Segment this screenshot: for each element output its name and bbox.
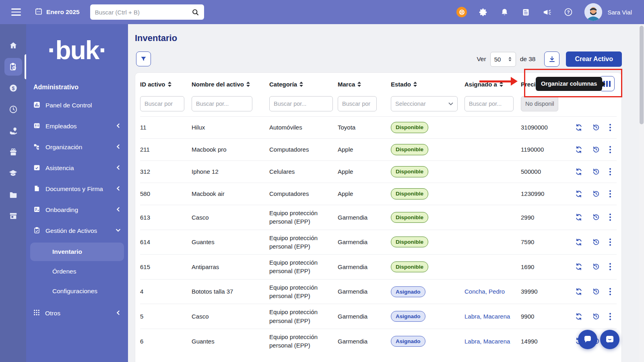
news-icon[interactable] [520,7,531,17]
sidebar-item-documentos-y-firma[interactable]: Documentos y Firma [26,179,128,200]
table-row[interactable]: 614 Guantes Equipo protección personal (… [140,230,617,255]
row-menu-button[interactable] [609,263,611,270]
assigned-link[interactable]: Concha, Pedro [464,288,505,295]
period-selector[interactable]: Enero 2025 [35,7,80,17]
rail-training-icon[interactable] [0,162,26,184]
avatar[interactable] [584,3,602,21]
kebab-icon [609,214,611,221]
history-button[interactable] [592,263,600,271]
rail-gift-icon[interactable] [0,141,26,162]
sync-asset-button[interactable] [575,288,583,296]
filter-button[interactable] [136,51,151,66]
history-button[interactable] [592,213,600,221]
row-menu-button[interactable] [609,239,611,246]
table-row[interactable]: 613 Casco Equipo protección personal (EP… [140,205,617,230]
column-header-id[interactable]: ID activo [140,81,192,88]
sidebar-item-gestion-de-activos[interactable]: Gestión de Activos [26,220,128,241]
sync-asset-button[interactable] [575,263,583,271]
table-row[interactable]: 615 Antiparras Equipo protección persona… [140,254,617,279]
sidebar-item-organizacion[interactable]: Organización [26,137,128,158]
table-row[interactable]: 211 Macbook pro Computadores Apple Dispo… [140,138,617,160]
sidebar-item-asistencia[interactable]: Asistencia [26,158,128,179]
column-header-asignado[interactable]: Asignado a [464,81,521,88]
filter-input-asignado[interactable] [464,96,514,111]
rail-documents-folder-icon[interactable] [0,184,26,205]
table-row[interactable]: 312 Iphone 12 Celulares Apple Disponible… [140,160,617,183]
help-icon[interactable]: ? [563,7,574,17]
sync-icon [575,190,583,198]
module-rail: $ [0,24,26,362]
row-menu-button[interactable] [609,190,611,197]
rail-time-icon[interactable] [0,99,26,120]
sync-asset-button[interactable] [575,168,583,176]
rail-payroll-icon[interactable]: $ [0,77,26,99]
user-name[interactable]: Sara Vial [607,9,632,16]
sidebar-item-otros[interactable]: Otros [26,303,128,324]
table-row[interactable]: 580 Macbook air Computadores Apple Dispo… [140,183,617,205]
messenger-button[interactable] [600,330,619,349]
chat-launcher-button[interactable] [578,330,597,349]
history-button[interactable] [592,190,600,198]
status-badge: Asignado [391,311,425,322]
scrollbar-thumb[interactable] [640,26,644,124]
sync-asset-button[interactable] [575,146,583,154]
sync-asset-button[interactable] [575,238,583,246]
filter-input-marca[interactable] [338,96,377,111]
table-body: 11 Hilux Automóviles Toyota Disponible 3… [140,116,617,354]
table-row[interactable]: 11 Hilux Automóviles Toyota Disponible 3… [140,116,617,138]
filter-input-categoria[interactable] [269,96,333,111]
row-menu-button[interactable] [609,214,611,221]
create-asset-button[interactable]: Crear Activo [566,51,622,67]
table-row[interactable]: 5 Casco Equipo protección personal (EPP)… [140,304,617,329]
cell-id: 613 [140,210,192,225]
rail-benefits-icon[interactable] [0,120,26,141]
notifications-bell-icon[interactable] [499,7,510,17]
assigned-link[interactable]: Labra, Macarena [464,338,510,345]
row-menu-button[interactable] [609,146,611,153]
hamburger-menu-icon[interactable] [11,8,21,16]
rail-asset-management-icon[interactable] [0,56,26,77]
history-button[interactable] [592,238,600,246]
history-button[interactable] [592,146,600,154]
table-row[interactable]: 6 Guantes Equipo protección personal (EP… [140,329,617,354]
sidebar-subitem-inventario[interactable]: Inventario [30,243,124,261]
filter-select-estado[interactable]: Seleccionar [391,96,458,111]
settings-gear-icon[interactable] [478,7,488,17]
table-row[interactable]: 4 Bototos talla 37 Equipo protección per… [140,279,617,304]
rail-marketplace-icon[interactable] [0,205,26,226]
row-menu-button[interactable] [609,313,611,320]
sidebar-subitem-ordenes[interactable]: Órdenes [30,262,124,281]
page-size-select[interactable]: 50 [490,52,516,67]
column-header-categoria[interactable]: Categoría [269,81,338,88]
column-header-marca[interactable]: Marca [338,81,391,88]
sidebar-item-panel-de-control[interactable]: Panel de Control [26,95,128,116]
sidebar-subitem-configuraciones[interactable]: Configuraciones [30,282,124,300]
history-button[interactable] [592,288,600,296]
row-menu-button[interactable] [609,288,611,295]
inventory-table: ID activo Nombre del activo Categoría Ma… [135,72,622,362]
download-button[interactable] [544,51,559,67]
column-header-nombre[interactable]: Nombre del activo [192,81,269,88]
rail-home-icon[interactable] [0,35,26,56]
sync-asset-button[interactable] [575,313,583,321]
buk-logo: ·buk· [26,27,128,74]
sync-icon [575,263,583,271]
assigned-link[interactable]: Labra, Macarena [464,313,510,320]
sync-asset-button[interactable] [575,213,583,221]
filter-input-id[interactable] [140,96,184,111]
sync-asset-button[interactable] [575,123,583,132]
announcements-megaphone-icon[interactable] [542,7,552,17]
sidebar-item-empleados[interactable]: Empleados [26,116,128,137]
column-header-estado[interactable]: Estado [391,81,464,88]
support-icon[interactable] [456,7,467,17]
employees-badge-icon [33,122,40,131]
sidebar-item-onboarding[interactable]: Onboarding [26,200,128,220]
row-menu-button[interactable] [609,168,611,175]
history-button[interactable] [592,168,600,176]
search-input[interactable] [90,9,204,16]
row-menu-button[interactable] [609,124,611,131]
history-button[interactable] [592,123,600,132]
history-button[interactable] [592,313,600,321]
filter-input-nombre[interactable] [192,96,252,111]
sync-asset-button[interactable] [575,190,583,198]
